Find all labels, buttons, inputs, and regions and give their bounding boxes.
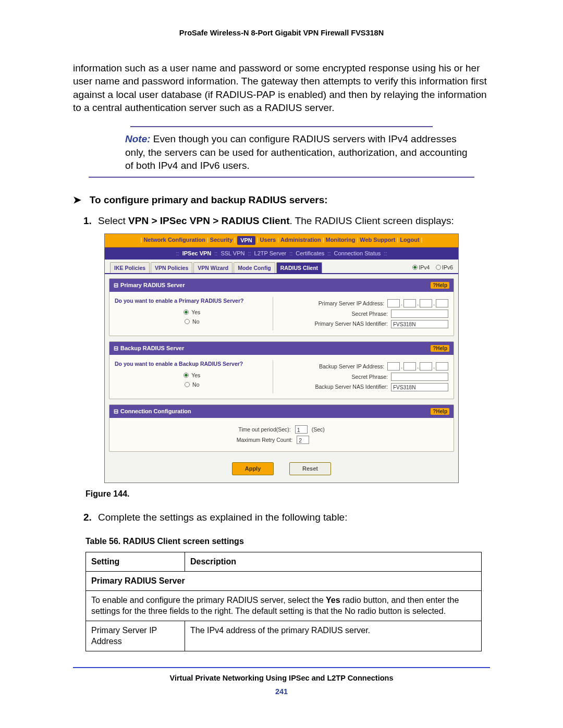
nav-item[interactable]: Logout	[400, 236, 419, 245]
procedure-heading: ➤ To configure primary and backup RADIUS…	[73, 193, 490, 207]
settings-table: Setting Description Primary RADIUS Serve…	[85, 552, 482, 651]
timeout-input[interactable]: 1	[295, 425, 308, 434]
collapse-icon[interactable]: ⊟	[114, 345, 118, 351]
primary-no-radio[interactable]	[185, 319, 190, 324]
main-nav: | Network Configuration| Security| VPN| …	[105, 234, 458, 248]
sub-nav: :: IPSec VPN:: SSL VPN:: L2TP Server:: C…	[105, 248, 458, 260]
primary-ip-input[interactable]: ...	[387, 299, 448, 307]
primary-nas-input[interactable]: FVS318N	[391, 320, 448, 328]
subnav-item-selected[interactable]: IPSec VPN	[182, 250, 212, 257]
tab-radius-client[interactable]: RADIUS Client	[276, 262, 322, 273]
panel-title: Backup RADIUS Server	[120, 345, 184, 351]
figure-caption: Figure 144.	[85, 488, 490, 500]
backup-yes-radio[interactable]	[183, 373, 189, 378]
backup-nas-label: Backup Server NAS Identifier:	[278, 384, 388, 390]
retry-input[interactable]: 2	[297, 436, 309, 444]
note-text: Even though you can configure RADIUS ser…	[125, 133, 468, 171]
primary-secret-label: Secret Phrase:	[278, 310, 388, 317]
tab-vpn-policies[interactable]: VPN Policies	[151, 262, 192, 273]
arrow-icon: ➤	[73, 194, 81, 205]
timeout-label: Time out period(Sec):	[238, 426, 291, 433]
backup-secret-label: Secret Phrase:	[278, 373, 388, 380]
step-1: 1. Select VPN > IPSec VPN > RADIUS Clien…	[83, 214, 490, 228]
primary-yes-radio[interactable]	[183, 310, 189, 315]
panel-connection-config: ⊟Connection Configuration ?Help Time out…	[109, 404, 454, 452]
page-number: 241	[73, 687, 490, 697]
footer-title: Virtual Private Networking Using IPSec a…	[73, 673, 490, 684]
backup-secret-input[interactable]	[391, 373, 448, 381]
note-label: Note:	[125, 133, 151, 144]
table-section-desc: To enable and configure the primary RADI…	[86, 590, 482, 621]
panel-backup-radius: ⊟Backup RADIUS Server ?Help Do you want …	[109, 341, 454, 399]
backup-ip-label: Backup Server IP Address:	[278, 363, 385, 370]
nav-item[interactable]: Monitoring	[326, 236, 356, 245]
apply-button[interactable]: Apply	[232, 462, 274, 475]
th-description: Description	[185, 552, 482, 572]
panel-title: Connection Configuration	[120, 408, 191, 414]
subnav-item[interactable]: L2TP Server	[254, 250, 287, 257]
doc-title: ProSafe Wireless-N 8-Port Gigabit VPN Fi…	[73, 28, 490, 39]
intro-paragraph: information such as a user name and pass…	[73, 61, 490, 115]
step-2: 2. Complete the settings as explained in…	[83, 511, 490, 524]
timeout-unit: (Sec)	[312, 426, 325, 433]
primary-nas-label: Primary Server NAS Identifier:	[278, 321, 388, 327]
help-button[interactable]: ?Help	[431, 282, 449, 289]
primary-secret-input[interactable]	[391, 310, 448, 318]
ipv6-label: IPv6	[442, 264, 453, 270]
nav-item[interactable]: Network Configuration	[143, 236, 205, 245]
ipv6-radio[interactable]	[436, 265, 441, 270]
tab-mode-config[interactable]: Mode Config	[234, 262, 275, 273]
note-block: Note: Even though you can configure RADI…	[73, 126, 490, 178]
table-section-header: Primary RADIUS Server	[86, 571, 482, 590]
subnav-item[interactable]: SSL VPN	[221, 250, 244, 257]
embedded-screenshot: | Network Configuration| Security| VPN| …	[104, 233, 459, 483]
collapse-icon[interactable]: ⊟	[114, 282, 118, 288]
nav-item[interactable]: Security	[210, 236, 232, 245]
enable-primary-question: Do you want to enable a Primary RADIUS S…	[115, 297, 270, 304]
table-row: Primary Server IP Address The IPv4 addre…	[86, 621, 482, 651]
subnav-item[interactable]: Certificates	[296, 250, 324, 257]
nav-item[interactable]: Web Support	[360, 236, 395, 245]
backup-ip-input[interactable]: ...	[387, 362, 448, 371]
tab-bar: IKE Policies VPN Policies VPN Wizard Mod…	[110, 262, 322, 273]
ipv4-label: IPv4	[419, 264, 430, 270]
ipv4-radio[interactable]	[412, 265, 418, 270]
tab-ike-policies[interactable]: IKE Policies	[110, 262, 150, 273]
nav-item[interactable]: Users	[260, 236, 276, 245]
collapse-icon[interactable]: ⊟	[114, 408, 118, 414]
subnav-item[interactable]: Connection Status	[334, 250, 381, 257]
help-button[interactable]: ?Help	[431, 345, 449, 352]
table-caption: Table 56. RADIUS Client screen settings	[85, 536, 490, 547]
panel-title: Primary RADIUS Server	[120, 282, 185, 288]
tab-vpn-wizard[interactable]: VPN Wizard	[193, 262, 232, 273]
backup-nas-input[interactable]: FVS318N	[391, 383, 448, 391]
nav-item[interactable]: Administration	[280, 236, 321, 245]
panel-primary-radius: ⊟Primary RADIUS Server ?Help Do you want…	[109, 278, 454, 336]
nav-item-selected[interactable]: VPN	[237, 236, 255, 245]
reset-button[interactable]: Reset	[289, 462, 331, 475]
enable-backup-question: Do you want to enable a Backup RADIUS Se…	[115, 360, 270, 367]
backup-no-radio[interactable]	[185, 382, 190, 387]
primary-ip-label: Primary Server IP Address:	[278, 300, 385, 307]
help-button[interactable]: ?Help	[431, 408, 449, 415]
retry-label: Maximum Retry Count:	[237, 436, 292, 443]
th-setting: Setting	[86, 552, 185, 572]
